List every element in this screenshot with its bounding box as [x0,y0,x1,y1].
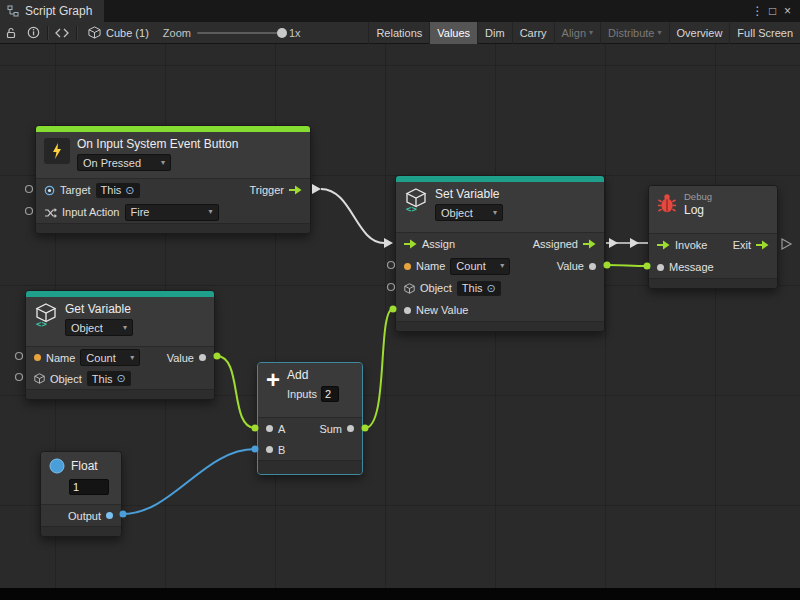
assign-input-arrow-icon[interactable] [404,239,417,249]
object-row: Object This⊙ [396,277,604,299]
object-label: Object [50,373,82,385]
toolbar-divider [47,26,48,40]
trigger-output-arrow-icon[interactable] [289,185,302,195]
zoom-slider-handle[interactable] [277,28,287,38]
output-label: Output [68,510,101,522]
chevron-down-icon: ▾ [208,208,212,216]
cube-icon [88,26,101,39]
node-title: Set Variable [435,188,503,201]
chevron-down-icon: ▾ [130,354,134,362]
node-title: Get Variable [65,303,133,316]
invoke-input-arrow-icon[interactable] [657,240,670,250]
node-float[interactable]: Float Output [40,451,122,537]
name-port-dot[interactable] [34,354,41,361]
input-action-dropdown[interactable]: Fire▾ [125,204,219,221]
event-mode-dropdown[interactable]: On Pressed▾ [77,154,171,171]
zoom-slider[interactable] [197,32,283,34]
object-this-chip[interactable]: This⊙ [87,371,131,386]
node-footer [258,460,362,474]
assign-label: Assign [422,238,455,250]
output-port-dot[interactable] [106,512,113,519]
float-value-field[interactable] [69,479,109,495]
variable-cube-icon: <> [404,188,428,212]
inputs-label: Inputs [287,388,317,400]
node-title: Add [287,369,339,382]
target-label: Target [60,184,91,196]
sum-port-dot[interactable] [347,425,354,432]
lightning-bolt-icon [44,138,70,164]
node-get-variable[interactable]: <> Get Variable Object▾ Name Count▾ Valu… [25,290,215,400]
variable-scope-dropdown[interactable]: Object▾ [65,319,133,336]
value-port-dot[interactable] [199,354,206,361]
target-this-chip[interactable]: This⊙ [96,183,140,198]
menu-kebab-icon[interactable]: ⋮ [750,1,765,21]
variable-scope-dropdown[interactable]: Object▾ [435,204,503,221]
window-controls: ⋮ □ × [750,1,800,21]
value-label: Value [167,352,194,364]
output-row: Output [41,505,121,526]
object-label: Object [420,282,452,294]
exit-output-arrow-icon[interactable] [756,240,769,250]
zoom-value: 1x [289,27,301,39]
inputs-count-field[interactable] [321,386,339,402]
sidebar-toggle-icon[interactable] [51,22,73,44]
plus-icon: + [266,369,280,391]
full-screen-button[interactable]: Full Screen [729,22,800,44]
name-label: Name [416,260,445,272]
object-row: Object This⊙ [26,368,214,389]
bottom-letterbox [0,588,800,600]
invoke-label: Invoke [675,239,707,251]
target-icon: ⊙ [117,373,126,384]
values-button[interactable]: Values [429,22,477,44]
graph-target-button[interactable]: Cube (1) [80,26,157,39]
node-surtitle: Debug [684,192,712,202]
node-footer [396,321,604,331]
message-row: Message [649,256,777,278]
overview-button[interactable]: Overview [669,22,730,44]
node-add[interactable]: + Add Inputs A Sum B [257,362,363,475]
name-port-dot[interactable] [404,263,411,270]
lock-icon[interactable] [0,22,22,44]
name-label: Name [46,352,75,364]
object-this-chip[interactable]: This⊙ [457,281,501,296]
name-row: Name Count▾ Value [26,347,214,368]
window-title: Script Graph [25,4,92,18]
exit-label: Exit [733,239,751,251]
node-footer [41,526,121,536]
node-set-variable[interactable]: <> Set Variable Object▾ Assign Assigned [395,175,605,332]
align-button[interactable]: Align▾ [554,22,600,44]
node-on-input-system-event[interactable]: On Input System Event Button On Pressed▾… [35,125,311,234]
toolbar-divider [76,26,77,40]
node-title: On Input System Event Button [77,138,238,151]
b-port-dot[interactable] [266,446,273,453]
chevron-down-icon: ▾ [493,209,497,217]
value-port-dot[interactable] [589,263,596,270]
tab-script-graph[interactable]: Script Graph [0,0,104,22]
dim-button[interactable]: Dim [477,22,512,44]
message-port-dot[interactable] [657,264,664,271]
distribute-button[interactable]: Distribute▾ [600,22,668,44]
svg-text:<>: <> [406,204,417,212]
a-port-dot[interactable] [266,425,273,432]
relations-button[interactable]: Relations [368,22,429,44]
zoom-label: Zoom [163,27,191,39]
maximize-icon[interactable]: □ [765,1,780,21]
variable-name-dropdown[interactable]: Count▾ [450,258,510,275]
name-row: Name Count▾ Value [396,255,604,277]
assigned-output-arrow-icon[interactable] [583,239,596,249]
graph-toolbar: Cube (1) Zoom 1x Relations Values Dim Ca… [0,22,800,44]
target-icon: ⊙ [125,185,134,196]
assigned-label: Assigned [533,238,578,250]
float-type-icon [49,458,65,474]
node-debug-log[interactable]: Debug Log Invoke Exit Message [648,185,778,289]
b-label: B [278,444,285,456]
new-value-port-dot[interactable] [404,307,411,314]
close-icon[interactable]: × [780,1,795,21]
info-icon[interactable] [22,22,44,44]
carry-button[interactable]: Carry [512,22,554,44]
chevron-down-icon: ▾ [161,159,165,167]
cube-icon [34,373,45,384]
variable-name-dropdown[interactable]: Count▾ [80,349,140,366]
game-object-icon [44,185,55,196]
invoke-row: Invoke Exit [649,234,777,256]
